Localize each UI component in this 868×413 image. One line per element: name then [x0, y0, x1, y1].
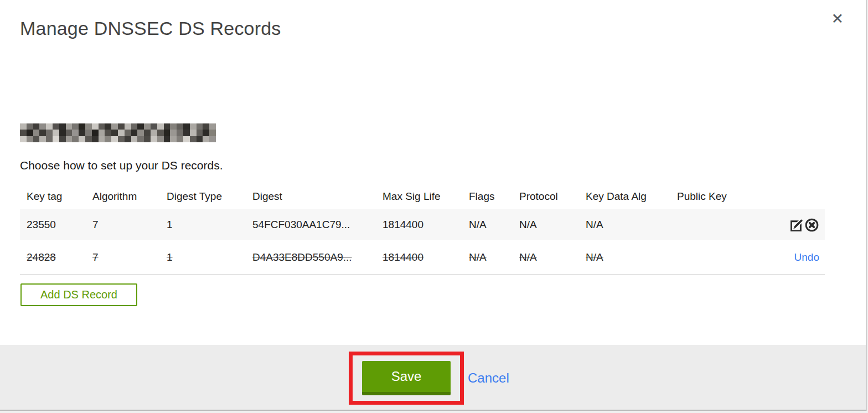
cell-key-tag: 24828	[27, 251, 92, 264]
col-header-algorithm: Algorithm	[92, 190, 167, 203]
cell-protocol: N/A	[519, 219, 586, 231]
page-title: Manage DNSSEC DS Records	[20, 16, 846, 41]
cell-digest: 54FCF030AA1C79...	[252, 219, 383, 231]
row-actions: Undo	[782, 251, 825, 264]
col-header-protocol: Protocol	[519, 190, 586, 203]
table-row: 23550 7 1 54FCF030AA1C79... 1814400 N/A …	[20, 209, 825, 240]
undo-link[interactable]: Undo	[794, 251, 819, 263]
add-ds-record-button[interactable]: Add DS Record	[20, 283, 137, 306]
close-icon[interactable]: ✕	[831, 11, 844, 27]
col-header-key-data-alg: Key Data Alg	[586, 190, 677, 203]
cell-max-sig-life: 1814400	[383, 219, 469, 231]
cell-key-data-alg: N/A	[586, 219, 677, 231]
col-header-key-tag: Key tag	[27, 190, 92, 203]
cell-max-sig-life: 1814400	[383, 251, 469, 264]
table-header-row: Key tag Algorithm Digest Type Digest Max…	[20, 184, 825, 209]
cell-key-data-alg: N/A	[586, 251, 677, 264]
cell-algorithm: 7	[92, 219, 167, 231]
row-actions	[782, 218, 825, 233]
instruction-text: Choose how to set up your DS records.	[20, 158, 866, 172]
cancel-link[interactable]: Cancel	[468, 369, 509, 386]
annotation-highlight-box: Save	[349, 352, 464, 405]
cell-digest: D4A33E8DD550A9...	[252, 251, 383, 264]
ds-records-table: Key tag Algorithm Digest Type Digest Max…	[20, 184, 825, 275]
col-header-flags: Flags	[469, 190, 519, 203]
cell-key-tag: 23550	[27, 219, 92, 231]
redacted-domain	[20, 123, 216, 142]
col-header-max-sig-life: Max Sig Life	[383, 190, 469, 203]
col-header-public-key: Public Key	[677, 190, 782, 203]
cell-flags: N/A	[469, 251, 519, 264]
modal-header: Manage DNSSEC DS Records ✕	[0, 0, 866, 41]
col-header-digest-type: Digest Type	[167, 190, 252, 203]
table-row-deleted: 24828 7 1 D4A33E8DD550A9... 1814400 N/A …	[20, 240, 825, 275]
dnssec-modal: Manage DNSSEC DS Records ✕ Choose how to…	[0, 0, 867, 411]
delete-record-icon[interactable]	[804, 218, 819, 233]
modal-footer: Save Cancel	[0, 345, 866, 411]
col-header-digest: Digest	[252, 190, 383, 203]
cell-flags: N/A	[469, 219, 519, 231]
cell-algorithm: 7	[92, 251, 167, 264]
cell-digest-type: 1	[167, 219, 252, 231]
save-button[interactable]: Save	[362, 361, 451, 395]
edit-record-icon[interactable]	[789, 218, 804, 233]
cell-digest-type: 1	[167, 251, 252, 264]
cell-protocol: N/A	[519, 251, 586, 264]
